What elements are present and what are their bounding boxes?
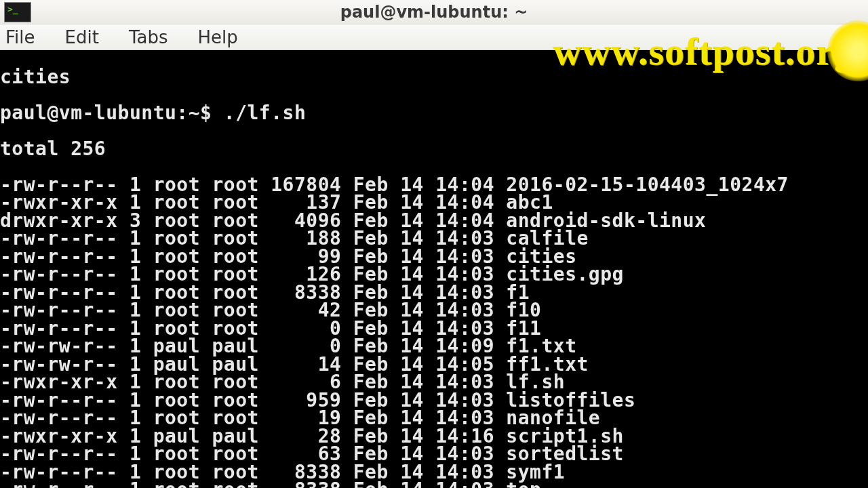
window-title: paul@vm-lubuntu: ~ bbox=[340, 3, 528, 22]
file-listing-row: -rw-r--r-- 1 root root 8338 Feb 14 14:03… bbox=[0, 481, 868, 488]
watermark-text: www.softpost.org bbox=[553, 28, 854, 74]
shell-prompt: paul@vm-lubuntu:~$ bbox=[0, 102, 224, 124]
window-titlebar: paul@vm-lubuntu: ~ bbox=[0, 0, 868, 24]
terminal-app-icon bbox=[0, 0, 35, 24]
command-text: ./lf.sh bbox=[224, 102, 307, 124]
menu-help[interactable]: Help bbox=[197, 27, 237, 47]
menu-file[interactable]: File bbox=[5, 27, 35, 47]
menu-tabs[interactable]: Tabs bbox=[129, 27, 168, 47]
prompt-line: paul@vm-lubuntu:~$ ./lf.sh bbox=[0, 104, 868, 123]
output-line: total 256 bbox=[0, 140, 868, 159]
terminal-output[interactable]: cities paul@vm-lubuntu:~$ ./lf.sh total … bbox=[0, 50, 868, 488]
menu-edit[interactable]: Edit bbox=[65, 27, 99, 47]
